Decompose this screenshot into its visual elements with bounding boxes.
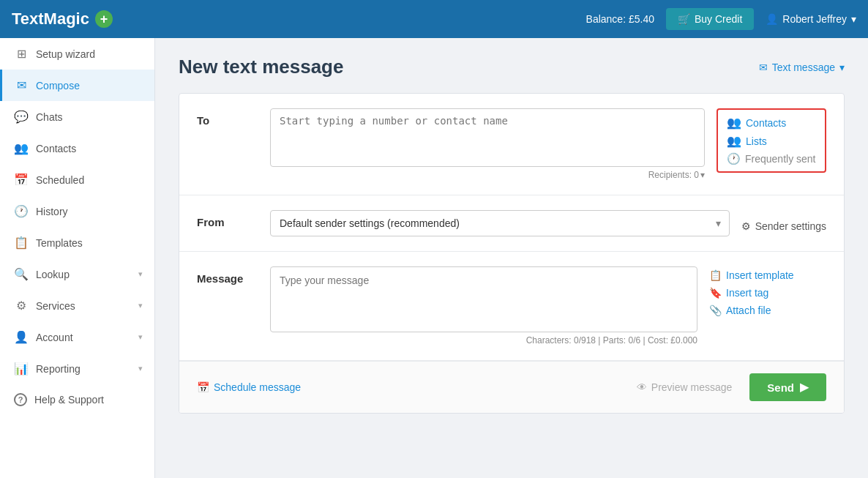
logo: TextMagic + (12, 10, 113, 29)
sidebar-item-scheduled[interactable]: 📅 Scheduled (0, 164, 154, 195)
from-select-wrapper: Default sender settings (recommended) ▾ (270, 210, 730, 236)
templates-icon: 📋 (14, 236, 29, 250)
contacts-icon: 👥 (14, 141, 29, 155)
sidebar-item-label: Chats (36, 111, 143, 123)
attach-file-link[interactable]: 📎 Attach file (709, 305, 826, 316)
contacts-link-label: Contacts (746, 117, 786, 129)
history-icon: 🕐 (14, 204, 29, 218)
to-input[interactable] (270, 108, 705, 167)
recipients-dropdown-icon: ▾ (700, 170, 705, 180)
sidebar-item-label: Services (36, 300, 131, 312)
account-arrow-icon: ▾ (138, 332, 143, 342)
services-arrow-icon: ▾ (138, 301, 143, 310)
sidebar-item-label: Setup wizard (36, 48, 143, 60)
from-select[interactable]: Default sender settings (recommended) (270, 210, 730, 236)
freq-link-icon: 🕐 (727, 152, 741, 165)
page-header: New text message ✉ Text message ▾ (179, 56, 845, 78)
lists-link-label: Lists (746, 135, 767, 147)
sidebar-item-services[interactable]: ⚙ Services ▾ (0, 290, 154, 321)
sender-settings-label: Sender settings (755, 220, 826, 232)
sidebar-item-history[interactable]: 🕐 History (0, 195, 154, 227)
sidebar-item-contacts[interactable]: 👥 Contacts (0, 132, 154, 164)
contacts-panel: 👥 Contacts 👥 Lists 🕐 Frequently sent (717, 108, 826, 173)
schedule-message-label: Schedule message (214, 381, 301, 393)
message-type-label: Text message (772, 61, 835, 73)
message-controls: Characters: 0/918 | Parts: 0/6 | Cost: £… (270, 266, 826, 346)
sidebar-item-account[interactable]: 👤 Account ▾ (0, 321, 154, 353)
gear-icon: ⚙ (741, 220, 751, 232)
sidebar-item-label: Help & Support (34, 394, 143, 406)
tag-icon: 🔖 (709, 287, 722, 299)
message-actions: 📋 Insert template 🔖 Insert tag 📎 Attach … (709, 266, 826, 316)
to-controls: Recipients: 0 ▾ 👥 Contacts 👥 Lists (270, 108, 826, 180)
lists-link[interactable]: 👥 Lists (727, 134, 816, 148)
preview-message-label: Preview message (651, 381, 733, 393)
envelope-icon: ✉ (759, 61, 768, 73)
paperclip-icon: 📎 (709, 305, 722, 316)
sidebar-item-compose[interactable]: ✉ Compose (0, 70, 154, 101)
reporting-icon: 📊 (14, 362, 29, 376)
preview-icon: 👁 (637, 381, 647, 393)
recipients-info: Recipients: 0 ▾ (270, 170, 705, 180)
to-row: To Recipients: 0 ▾ 👥 Contacts (179, 94, 844, 195)
sidebar: ⊞ Setup wizard ✉ Compose 💬 Chats 👥 Conta… (0, 38, 155, 478)
insert-template-link[interactable]: 📋 Insert template (709, 269, 826, 281)
balance-display: Balance: £5.40 (586, 13, 654, 25)
setup-wizard-icon: ⊞ (14, 47, 29, 61)
send-arrow-icon: ▶ (800, 381, 809, 394)
scheduled-icon: 📅 (14, 173, 29, 187)
main-content: New text message ✉ Text message ▾ To Rec… (155, 38, 868, 478)
sidebar-item-help[interactable]: ? Help & Support (0, 384, 154, 415)
message-stats: Characters: 0/918 | Parts: 0/6 | Cost: £… (270, 335, 697, 346)
template-icon: 📋 (709, 269, 722, 281)
buy-credit-button[interactable]: 🛒 Buy Credit (666, 8, 754, 30)
message-label: Message (197, 266, 255, 285)
sidebar-item-chats[interactable]: 💬 Chats (0, 101, 154, 132)
lookup-icon: 🔍 (14, 267, 29, 281)
sidebar-item-lookup[interactable]: 🔍 Lookup ▾ (0, 258, 154, 290)
chats-icon: 💬 (14, 110, 29, 124)
sidebar-item-label: Reporting (36, 363, 131, 375)
lists-link-icon: 👥 (727, 134, 741, 148)
contacts-link[interactable]: 👥 Contacts (727, 116, 816, 130)
sidebar-item-label: Scheduled (36, 174, 143, 186)
freq-link-label: Frequently sent (745, 153, 816, 165)
insert-tag-label: Insert tag (726, 287, 768, 299)
attach-file-label: Attach file (726, 305, 771, 316)
page-title: New text message (179, 56, 343, 78)
sidebar-item-label: Account (36, 332, 131, 343)
schedule-message-link[interactable]: 📅 Schedule message (197, 381, 301, 393)
plus-button[interactable]: + (95, 10, 113, 28)
message-input[interactable] (270, 266, 697, 332)
user-icon: 👤 (766, 13, 778, 25)
message-type-arrow-icon: ▾ (839, 61, 845, 73)
sidebar-item-templates[interactable]: 📋 Templates (0, 227, 154, 258)
sidebar-item-label: History (36, 206, 143, 217)
insert-tag-link[interactable]: 🔖 Insert tag (709, 287, 826, 299)
compose-form: To Recipients: 0 ▾ 👥 Contacts (179, 93, 845, 414)
services-icon: ⚙ (14, 299, 29, 313)
compose-icon: ✉ (14, 78, 29, 92)
sidebar-item-label: Lookup (36, 269, 131, 280)
schedule-icon: 📅 (197, 381, 209, 393)
to-input-area: Recipients: 0 ▾ (270, 108, 705, 180)
message-type-button[interactable]: ✉ Text message ▾ (759, 61, 845, 73)
help-icon: ? (14, 393, 27, 406)
message-area: Characters: 0/918 | Parts: 0/6 | Cost: £… (270, 266, 697, 346)
logo-text: TextMagic (12, 10, 89, 29)
frequently-sent-link[interactable]: 🕐 Frequently sent (727, 152, 816, 165)
layout: ⊞ Setup wizard ✉ Compose 💬 Chats 👥 Conta… (0, 38, 868, 478)
preview-message-link[interactable]: 👁 Preview message (637, 381, 733, 393)
from-label: From (197, 210, 255, 228)
sidebar-item-reporting[interactable]: 📊 Reporting ▾ (0, 353, 154, 384)
account-icon: 👤 (14, 330, 29, 344)
user-name: Robert Jeffrey (782, 13, 847, 25)
send-button[interactable]: Send ▶ (749, 373, 826, 401)
user-dropdown-arrow: ▾ (851, 13, 856, 25)
from-controls: Default sender settings (recommended) ▾ … (270, 210, 826, 236)
sender-settings-link[interactable]: ⚙ Sender settings (741, 214, 826, 232)
message-row: Message Characters: 0/918 | Parts: 0/6 |… (179, 252, 844, 361)
user-menu[interactable]: 👤 Robert Jeffrey ▾ (766, 13, 856, 25)
sidebar-item-setup-wizard[interactable]: ⊞ Setup wizard (0, 38, 154, 70)
sidebar-item-label: Compose (36, 80, 143, 92)
